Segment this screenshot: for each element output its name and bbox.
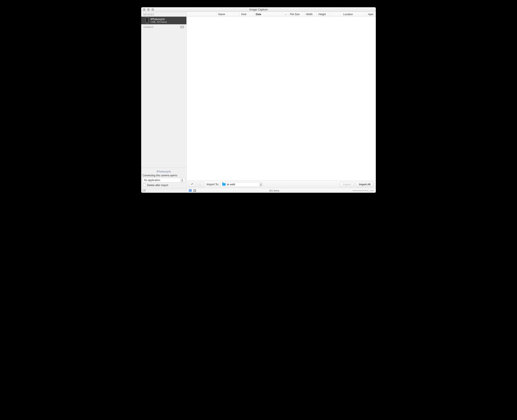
list-view-icon[interactable]	[189, 189, 192, 192]
delete-after-import-label: Delete after import	[147, 184, 168, 187]
table-body[interactable]	[187, 17, 376, 180]
column-aperture[interactable]: Aper	[366, 12, 376, 16]
traffic-lights	[143, 8, 154, 11]
zoom-icon[interactable]	[152, 8, 154, 11]
sidebar-section-devices: DEVICES	[141, 12, 186, 17]
column-date[interactable]: Date ⌵	[254, 12, 288, 16]
thumbnail-size-slider[interactable]	[352, 190, 374, 191]
shared-label: SHARED	[143, 26, 153, 28]
main-area: Name Kind Date ⌵ File Size Width Height …	[187, 12, 376, 193]
bottom-toolbar: ↶ ⃠ Import To: to sold ▲▼ Import Import …	[187, 180, 376, 188]
shared-count-badge: 0	[180, 26, 184, 28]
column-location[interactable]: Location	[330, 12, 366, 16]
delete-after-import-row[interactable]: Delete after import	[143, 182, 185, 187]
status-bar: 161 items	[187, 188, 376, 193]
import-destination-value: to sold	[227, 183, 259, 186]
column-date-label: Date	[256, 13, 261, 16]
sidebar: DEVICES iPhokovyrin USB, 223 items SHARE…	[141, 12, 187, 193]
column-thumbnail[interactable]	[187, 12, 216, 16]
import-all-button[interactable]: Import All	[356, 182, 374, 187]
sidebar-options-panel: iPhokovyrin Connecting this camera opens…	[141, 168, 186, 188]
chevron-down-icon: ⌵	[285, 13, 286, 15]
grid-view-icon[interactable]	[193, 189, 196, 192]
stepper-icon: ▲▼	[259, 182, 262, 186]
prohibit-button[interactable]: ⃠	[197, 182, 204, 187]
slider-knob[interactable]	[368, 189, 371, 192]
open-with-select[interactable]: No application ▲▼	[143, 178, 185, 182]
import-to-label: Import To:	[207, 183, 219, 186]
sidebar-device-item[interactable]: iPhokovyrin USB, 223 items	[141, 17, 186, 24]
connect-opens-label: Connecting this camera opens:	[143, 173, 185, 178]
window-body: DEVICES iPhokovyrin USB, 223 items SHARE…	[141, 12, 376, 193]
phone-icon	[145, 17, 148, 23]
column-kind[interactable]: Kind	[240, 12, 254, 16]
sidebar-footer	[141, 188, 186, 193]
rotate-button[interactable]: ↶	[189, 182, 196, 187]
column-name[interactable]: Name	[216, 12, 240, 16]
table-header: Name Kind Date ⌵ File Size Width Height …	[187, 12, 376, 17]
stepper-icon: ▲▼	[181, 178, 184, 182]
import-destination-select[interactable]: to sold ▲▼	[221, 182, 263, 187]
sidebar-section-shared[interactable]: SHARED 0	[141, 24, 186, 30]
checkbox-icon[interactable]	[143, 184, 146, 187]
column-file-size[interactable]: File Size	[288, 12, 304, 16]
panel-toggle-icon[interactable]	[143, 189, 145, 192]
titlebar[interactable]: Image Capture	[141, 7, 376, 12]
device-name: iPhokovyrin	[151, 17, 167, 21]
device-info: iPhokovyrin USB, 223 items	[151, 17, 167, 24]
minimize-icon[interactable]	[147, 8, 150, 11]
view-mode-switcher	[189, 189, 196, 192]
device-subtitle: USB, 223 items	[151, 21, 167, 23]
sidebar-spacer	[141, 30, 186, 168]
status-item-count: 161 items	[196, 189, 352, 192]
column-width[interactable]: Width	[304, 12, 317, 16]
window-title: Image Capture	[141, 8, 376, 11]
open-with-value: No application	[144, 179, 160, 182]
column-height[interactable]: Height	[317, 12, 330, 16]
import-button[interactable]: Import	[340, 182, 354, 187]
close-icon[interactable]	[143, 8, 145, 11]
selected-device-label: iPhokovyrin	[143, 169, 185, 173]
folder-icon	[222, 183, 226, 186]
app-window: Image Capture DEVICES iPhokovyrin USB, 2…	[141, 7, 376, 193]
